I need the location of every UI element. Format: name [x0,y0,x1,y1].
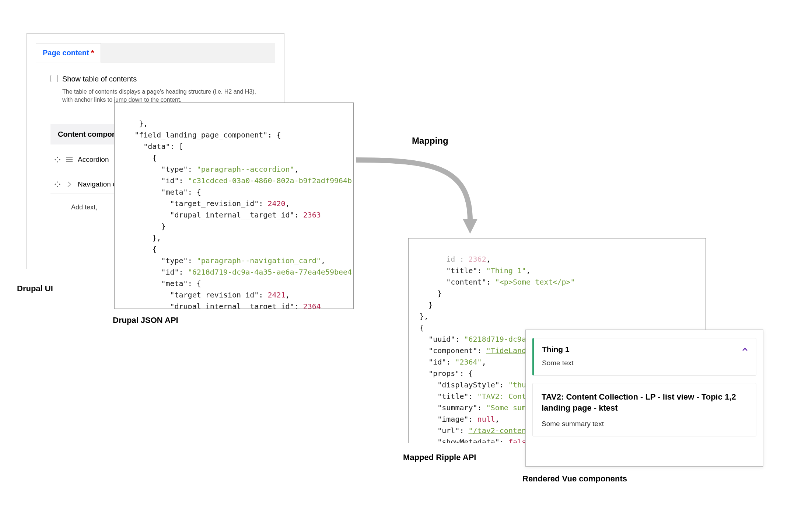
move-icon[interactable] [54,156,61,163]
rendered-components-panel: Thing 1 Some text TAV2: Content Collecti… [525,330,763,467]
mapping-arrow [352,156,489,241]
move-icon[interactable] [54,181,61,188]
tab-bar: Page content * [36,43,275,63]
component-label: Accordion [78,156,109,164]
accordion-card[interactable]: Thing 1 Some text [532,338,756,376]
accordion-header[interactable]: Thing 1 [542,345,748,354]
drupal-json-api-panel: }, "field_landing_page_component": { "da… [114,102,354,309]
toc-checkbox-label: Show table of contents [62,75,137,83]
chevron-up-icon [742,346,748,353]
drag-handle-icon[interactable] [66,156,73,163]
accordion-title: Thing 1 [542,345,570,354]
mapped-api-label: Mapped Ripple API [403,453,476,462]
json-code: }, "field_landing_page_component": { "da… [121,119,354,309]
svg-rect-1 [66,159,73,160]
nav-card-summary: Some summary text [542,420,747,428]
toc-help-text: The table of contents displays a page's … [62,88,260,104]
toc-checkbox[interactable] [50,75,58,82]
nav-card-title: TAV2: Content Collection - LP - list vie… [542,391,747,413]
rendered-label: Rendered Vue components [522,474,627,484]
checkbox-row: Show table of contents [50,75,260,83]
drupal-ui-label: Drupal UI [17,284,53,293]
json-api-label: Drupal JSON API [113,316,178,325]
chevron-right-icon [66,181,73,188]
tab-label: Page content [43,49,89,57]
svg-rect-2 [66,161,73,162]
mapping-label: Mapping [412,136,448,146]
accordion-body: Some text [542,359,748,367]
navigation-card[interactable]: TAV2: Content Collection - LP - list vie… [532,383,756,436]
required-asterisk: * [89,49,94,57]
svg-rect-0 [66,157,73,158]
component-label: Navigation c [78,180,116,188]
tab-page-content[interactable]: Page content * [36,43,101,63]
